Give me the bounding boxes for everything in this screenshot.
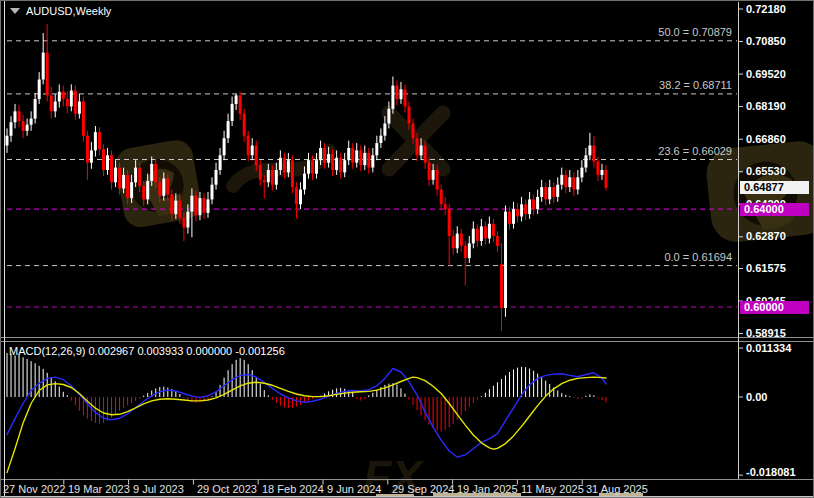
candle-body (54, 102, 57, 112)
candle-body (122, 175, 125, 189)
price-axis-label[interactable]: 0.66860 (746, 133, 786, 146)
candle-body (114, 168, 117, 183)
candle-body (355, 150, 358, 162)
price-axis-label[interactable]: 0.68190 (746, 100, 786, 113)
candle-body (126, 175, 129, 198)
macd-scale-label[interactable]: 0.00 (746, 391, 767, 404)
candle-body (508, 212, 511, 224)
time-axis-label[interactable]: 9 Jun 2024 (327, 483, 381, 496)
symbol-period-label[interactable]: AUDUSD,Weekly (10, 5, 111, 17)
candle-body (363, 153, 366, 165)
candle-body (331, 154, 334, 170)
candle-body (199, 198, 202, 215)
candle-body (150, 164, 153, 181)
candle-body (62, 92, 65, 99)
candle-body (190, 196, 193, 212)
candle-body (391, 86, 394, 109)
candle-body (18, 111, 21, 121)
candle-body (263, 180, 266, 182)
candle-body (428, 163, 431, 180)
candle-body (311, 160, 314, 174)
price-axis-label[interactable]: 0.62870 (746, 230, 786, 243)
price-axis-label[interactable]: 0.69520 (746, 68, 786, 81)
candle-body (480, 226, 483, 241)
candle-body (464, 246, 467, 258)
candle-body (351, 148, 354, 163)
candle-body (460, 234, 463, 246)
candle-body (223, 138, 226, 155)
candle-body (576, 177, 579, 189)
candle-body (90, 150, 93, 162)
candle-body (158, 182, 161, 196)
macd-line (7, 369, 606, 458)
candle-body (319, 148, 322, 160)
candle-body (568, 177, 571, 187)
time-axis-label[interactable]: 29 Sep 2024 (392, 483, 454, 496)
candle-body (239, 95, 242, 113)
chart-canvas[interactable]: FX (1, 1, 814, 498)
price-axis-label[interactable]: 0.58915 (746, 327, 786, 340)
indicator-name: MACD(12,26,9) (9, 345, 85, 357)
candle-body (283, 158, 286, 173)
candle-body (371, 155, 374, 167)
macd-signal-line (7, 377, 606, 473)
candle-body (291, 160, 294, 187)
candle-body (436, 170, 439, 190)
candle-body (194, 196, 197, 216)
time-axis-label[interactable]: 31 Aug 2025 (586, 483, 648, 496)
candle-body (303, 174, 306, 190)
candle-body (556, 185, 559, 197)
time-axis-label[interactable]: 11 May 2025 (521, 483, 584, 496)
candle-body (247, 136, 250, 156)
candle-body (448, 209, 451, 236)
candle-body (375, 143, 378, 155)
time-axis-label[interactable]: 9 Jul 2023 (133, 483, 184, 496)
candle-body (70, 91, 73, 107)
candle-body (528, 199, 531, 214)
time-axis-label[interactable]: 19 Mar 2023 (68, 483, 130, 496)
fibonacci-level-label: 50.0 = 0.70879 (658, 26, 732, 39)
price-axis-label[interactable]: 0.61575 (746, 262, 786, 275)
candle-body (540, 187, 543, 197)
candle-body (444, 204, 447, 209)
time-axis-label[interactable]: 27 Nov 2022 (3, 483, 65, 496)
time-axis-label[interactable]: 29 Oct 2023 (197, 483, 257, 496)
candle-body (6, 136, 9, 146)
candle-body (584, 155, 587, 167)
candle-body (174, 201, 177, 215)
price-axis-label[interactable]: 0.65530 (746, 165, 786, 178)
level-price-badge: 0.60000 (740, 301, 809, 314)
price-axis-label[interactable]: 0.70850 (746, 35, 786, 48)
candle-body (170, 195, 173, 215)
candle-body (42, 53, 45, 80)
candle-body (580, 168, 583, 178)
macd-scale-label[interactable]: 0.011334 (746, 342, 791, 355)
candle-body (395, 86, 398, 100)
candle-body (130, 182, 133, 198)
candle-body (154, 164, 157, 182)
price-axis-label[interactable]: 0.72180 (746, 3, 786, 16)
dropdown-triangle-icon[interactable] (10, 8, 20, 14)
candle-body (271, 170, 274, 185)
candle-body (14, 111, 17, 122)
window-border-highlight-bottom (1, 496, 814, 497)
candle-body (235, 95, 238, 104)
candle-body (564, 175, 567, 187)
time-axis-label[interactable]: 18 Feb 2024 (262, 483, 324, 496)
candle-body (532, 199, 535, 209)
candle-body (166, 179, 169, 195)
candle-body (211, 185, 214, 200)
candle-body (544, 187, 547, 199)
candle-body (38, 80, 41, 100)
candle-body (504, 212, 507, 308)
candle-body (420, 146, 423, 156)
level-price-badge: 0.64000 (740, 203, 809, 216)
candle-body (484, 226, 487, 238)
macd-scale-label[interactable]: -0.018081 (746, 466, 796, 479)
time-axis-label[interactable]: 19 Jan 2025 (457, 483, 518, 496)
candle-body (536, 197, 539, 209)
candle-body (74, 91, 77, 114)
candle-body (408, 106, 411, 123)
candle-body (359, 150, 362, 165)
candle-body (86, 136, 89, 163)
